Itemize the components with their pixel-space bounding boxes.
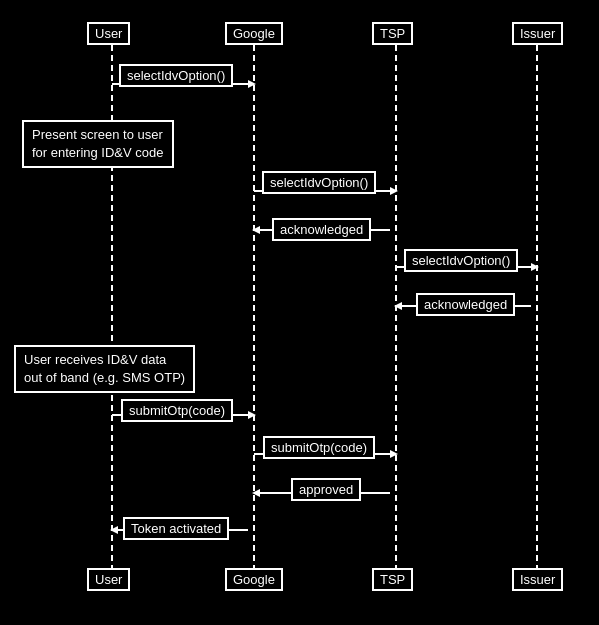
participant-tsp-bottom: TSP (372, 568, 413, 591)
msg-submit-otp-2: submitOtp(code) (263, 436, 375, 459)
participant-issuer-top: Issuer (512, 22, 563, 45)
msg-acknowledged-1: acknowledged (272, 218, 371, 241)
svg-marker-9 (252, 226, 260, 234)
svg-marker-7 (390, 187, 398, 195)
msg-select-idv-3: selectIdvOption() (404, 249, 518, 272)
participant-tsp-top: TSP (372, 22, 413, 45)
participant-google-top: Google (225, 22, 283, 45)
sequence-diagram: User Google TSP Issuer User Google TSP I… (0, 0, 599, 625)
msg-submit-otp-1: submitOtp(code) (121, 399, 233, 422)
svg-marker-13 (394, 302, 402, 310)
participant-issuer-bottom: Issuer (512, 568, 563, 591)
msg-select-idv-1: selectIdvOption() (119, 64, 233, 87)
svg-marker-17 (390, 450, 398, 458)
participant-user-top: User (87, 22, 130, 45)
msg-token-activated: Token activated (123, 517, 229, 540)
participant-google-bottom: Google (225, 568, 283, 591)
note-user-receives: User receives ID&V dataout of band (e.g.… (14, 345, 195, 393)
svg-marker-15 (248, 411, 256, 419)
participant-user-bottom: User (87, 568, 130, 591)
msg-approved: approved (291, 478, 361, 501)
note-present-screen: Present screen to userfor entering ID&V … (22, 120, 174, 168)
svg-marker-19 (252, 489, 260, 497)
svg-marker-5 (248, 80, 256, 88)
svg-marker-11 (531, 263, 539, 271)
svg-marker-21 (110, 526, 118, 534)
msg-acknowledged-2: acknowledged (416, 293, 515, 316)
msg-select-idv-2: selectIdvOption() (262, 171, 376, 194)
